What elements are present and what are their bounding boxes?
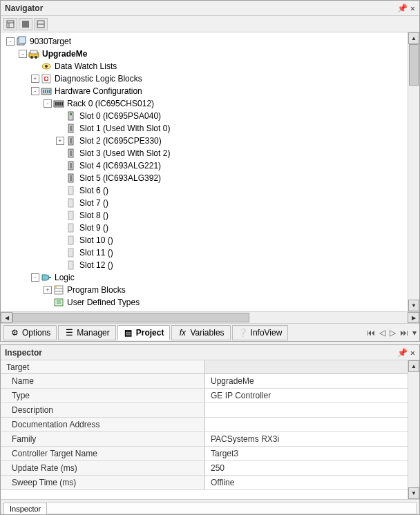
inspector-panel: Inspector 📌 ✕ Target NameUpgradeMeTypeGE… <box>0 344 420 515</box>
inspector-value[interactable] <box>205 403 408 417</box>
slot-icon <box>66 173 77 184</box>
nav-next-icon[interactable]: ▷ <box>390 328 396 338</box>
tab-label: Variables <box>190 328 224 338</box>
slot-e-icon <box>66 247 77 258</box>
inspector-vertical-scrollbar[interactable]: ▲ ▼ <box>408 360 419 499</box>
expand-icon[interactable]: + <box>56 137 64 145</box>
scroll-left-btn[interactable]: ◀ <box>1 312 12 323</box>
expand-icon[interactable]: + <box>31 75 39 83</box>
collapse-icon[interactable]: - <box>19 50 27 58</box>
toolbar-btn-1[interactable] <box>3 18 17 30</box>
tree-vertical-scrollbar[interactable]: ▲ ▼ <box>408 32 419 311</box>
inspector-row[interactable]: Sweep Time (ms)Offline <box>1 476 408 490</box>
tree-item[interactable]: Slot 7 () <box>3 197 419 209</box>
inspector-row[interactable]: TypeGE IP Controller <box>1 389 408 403</box>
tab-variables[interactable]: fx Variables <box>171 325 230 340</box>
slot-e-icon <box>66 185 77 196</box>
tree-item[interactable]: Slot 4 (IC693ALG221) <box>3 159 419 172</box>
scroll-down-btn[interactable]: ▼ <box>408 487 419 499</box>
scroll-right-btn[interactable]: ▶ <box>408 312 419 323</box>
tree-item[interactable]: Slot 12 () <box>3 259 419 271</box>
tree-item-label: Data Watch Lists <box>55 61 117 71</box>
inspector-tab[interactable]: Inspector <box>3 503 47 514</box>
inspector-row[interactable]: Update Rate (ms)250 <box>1 461 408 476</box>
inspector-value[interactable]: UpgradeMe <box>205 374 408 388</box>
nav-last-icon[interactable]: ⏭ <box>400 328 408 338</box>
toggle-spacer <box>56 224 64 232</box>
scroll-up-btn[interactable]: ▲ <box>408 32 419 44</box>
navigator-header: Navigator 📌 ✕ <box>1 1 419 16</box>
tree-item[interactable]: Slot 0 (IC695PSA040) <box>3 110 419 122</box>
nav-first-icon[interactable]: ⏮ <box>367 328 375 338</box>
inspector-value[interactable]: 250 <box>205 461 408 475</box>
close-icon[interactable]: ✕ <box>410 3 415 13</box>
nav-prev-icon[interactable]: ◁ <box>379 328 385 338</box>
inspector-row[interactable]: FamilyPACSystems RX3i <box>1 432 408 447</box>
svg-rect-7 <box>19 37 26 43</box>
tree-item[interactable]: -Rack 0 (IC695CHS012) <box>3 97 419 110</box>
tab-manager[interactable]: ☰ Manager <box>58 325 115 340</box>
tree-item-label: Slot 4 (IC693ALG221) <box>79 161 161 171</box>
tree-item[interactable]: Slot 11 () <box>3 246 419 259</box>
tree-item[interactable]: -Hardware Configuration <box>3 85 419 97</box>
tree-item[interactable]: User Defined Types <box>3 296 419 309</box>
tree-viewport[interactable]: -9030Target-UpgradeMeData Watch Lists+Di… <box>1 32 419 311</box>
collapse-icon[interactable]: - <box>6 37 15 46</box>
scroll-up-btn[interactable]: ▲ <box>408 360 419 372</box>
tree-item-label: Logic <box>55 273 75 282</box>
tab-infoview[interactable]: ❔ InfoView <box>232 325 289 340</box>
tree-horizontal-scrollbar[interactable]: ◀ ▶ <box>1 311 419 323</box>
inspector-section-header[interactable]: Target <box>1 360 408 374</box>
toolbar-btn-2[interactable] <box>19 18 32 30</box>
inspector-row[interactable]: Documentation Address <box>1 418 408 432</box>
tree-item[interactable]: Data Watch Lists <box>3 60 419 72</box>
tree-item[interactable]: Slot 3 (Used With Slot 2) <box>3 147 419 159</box>
inspector-tab-blank <box>47 502 417 514</box>
inspector-value[interactable] <box>205 418 408 431</box>
collapse-icon[interactable]: - <box>31 87 39 95</box>
tree-item[interactable]: -Logic <box>3 271 419 284</box>
tab-label: Manager <box>77 328 109 338</box>
inspector-value[interactable]: PACSystems RX3i <box>205 432 408 446</box>
inspector-row[interactable]: Controller Target NameTarget3 <box>1 447 408 461</box>
tree-item[interactable]: Slot 8 () <box>3 209 419 222</box>
scroll-h-thumb[interactable] <box>12 313 249 322</box>
tree-item[interactable]: +Slot 2 (IC695CPE330) <box>3 135 419 147</box>
tree-item[interactable]: -UpgradeMe <box>3 48 419 60</box>
tree-item[interactable]: +Diagnostic Logic Blocks <box>3 72 419 85</box>
tree-item[interactable]: Slot 6 () <box>3 184 419 197</box>
tree-item[interactable]: Slot 9 () <box>3 222 419 234</box>
svg-rect-42 <box>68 249 73 257</box>
scroll-thumb[interactable] <box>409 44 419 86</box>
svg-point-10 <box>35 56 37 59</box>
inspector-value[interactable]: Offline <box>205 476 408 489</box>
pin-icon[interactable]: 📌 <box>397 3 408 13</box>
tree-item-label: UpgradeMe <box>42 49 87 59</box>
tree-item[interactable]: Slot 10 () <box>3 234 419 246</box>
inspector-row[interactable]: NameUpgradeMe <box>1 374 408 389</box>
nav-menu-icon[interactable]: ▾ <box>412 328 417 338</box>
svg-point-9 <box>30 56 33 59</box>
toggle-spacer <box>44 298 52 307</box>
svg-rect-11 <box>30 50 37 54</box>
svg-rect-25 <box>68 112 73 120</box>
inspector-value[interactable]: GE IP Controller <box>205 389 408 402</box>
tab-project[interactable]: ▤ Project <box>117 325 171 340</box>
scroll-down-btn[interactable]: ▼ <box>408 300 419 311</box>
inspector-row[interactable]: Description <box>1 403 408 418</box>
tree-item[interactable]: +Program Blocks <box>3 284 419 296</box>
collapse-icon[interactable]: - <box>44 99 52 108</box>
inspector-tabbar: Inspector <box>1 499 419 514</box>
tree-item[interactable]: Slot 5 (IC693ALG392) <box>3 172 419 184</box>
expand-icon[interactable]: + <box>44 286 52 294</box>
close-icon[interactable]: ✕ <box>410 348 415 358</box>
tree-item[interactable]: Slot 1 (Used With Slot 0) <box>3 122 419 135</box>
inspector-value[interactable]: Target3 <box>205 447 408 460</box>
tab-options[interactable]: ⚙ Options <box>3 325 57 340</box>
collapse-icon[interactable]: - <box>31 273 39 282</box>
pin-icon[interactable]: 📌 <box>397 348 408 358</box>
toggle-spacer <box>56 162 64 170</box>
navigator-tabbar: ⚙ Options ☰ Manager ▤ Project fx Variabl… <box>1 323 419 341</box>
tree-item[interactable]: -9030Target <box>3 35 419 48</box>
toolbar-btn-3[interactable] <box>34 18 48 30</box>
